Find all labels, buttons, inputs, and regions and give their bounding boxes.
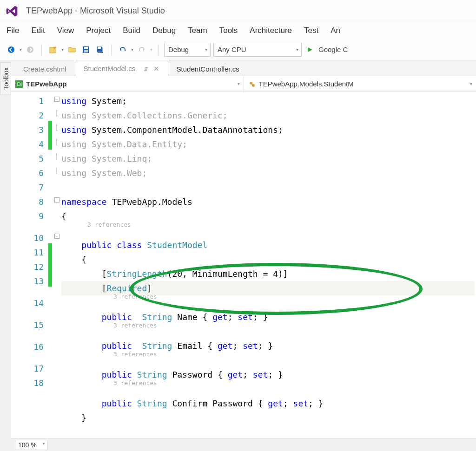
tab-studentcontroller-cs[interactable]: StudentController.cs xyxy=(168,62,248,76)
menu-build[interactable]: Build xyxy=(123,26,140,35)
close-tab-icon[interactable]: ✕ xyxy=(153,65,159,72)
solution-config-dropdown[interactable]: Debug xyxy=(164,43,211,57)
menu-project[interactable]: Project xyxy=(86,26,111,35)
fold-gutter[interactable]: −│││││ − − xyxy=(52,92,61,438)
save-icon[interactable] xyxy=(80,44,92,55)
menu-test[interactable]: Test xyxy=(304,26,318,35)
svg-text:C#: C# xyxy=(17,82,23,87)
nav-type-dropdown[interactable]: TEPwebApp.Models.StudentM xyxy=(244,76,476,92)
editor-status-bar: 100 % xyxy=(11,438,476,451)
svg-point-0 xyxy=(8,46,14,53)
class-icon xyxy=(248,80,256,88)
zoom-dropdown[interactable]: 100 % xyxy=(15,440,47,450)
navigation-bar: C# TEPwebApp TEPwebApp.Models.StudentM xyxy=(11,76,476,92)
titlebar: TEPwebApp - Microsoft Visual Studio xyxy=(0,0,476,22)
svg-rect-4 xyxy=(84,47,88,49)
nav-forward-icon[interactable] xyxy=(25,44,36,55)
menu-debug[interactable]: Debug xyxy=(152,26,176,35)
pin-icon[interactable]: ⇵ xyxy=(144,66,148,72)
toolbar: ▾ ▾ ▾ ▾ Debug Any CPU Google C xyxy=(0,39,476,60)
svg-rect-8 xyxy=(98,47,101,49)
menu-analyze[interactable]: An xyxy=(331,26,340,35)
line-number-gutter: 123456789 10111213 14 15 16 1718 xyxy=(11,92,48,438)
redo-icon[interactable] xyxy=(136,44,147,55)
start-target-label[interactable]: Google C xyxy=(318,46,348,53)
svg-point-1 xyxy=(27,46,33,53)
menu-edit[interactable]: Edit xyxy=(31,26,45,35)
solution-platform-dropdown[interactable]: Any CPU xyxy=(213,43,302,57)
undo-icon[interactable] xyxy=(117,44,128,55)
menu-view[interactable]: View xyxy=(57,26,74,35)
menu-file[interactable]: File xyxy=(7,26,19,35)
menu-team[interactable]: Team xyxy=(188,26,207,35)
tab-studentmodel-cs[interactable]: StudentModel.cs ⇵ ✕ xyxy=(75,61,168,76)
code-editor[interactable]: 123456789 10111213 14 15 16 1718 −│││││ … xyxy=(11,92,476,438)
menu-tools[interactable]: Tools xyxy=(219,26,238,35)
svg-rect-5 xyxy=(84,50,88,52)
open-file-icon[interactable] xyxy=(66,44,78,55)
menubar: File Edit View Project Build Debug Team … xyxy=(0,22,476,39)
change-indicator xyxy=(48,92,52,438)
tab-create-cshtml[interactable]: Create.cshtml xyxy=(15,62,75,76)
document-tabs: Create.cshtml StudentModel.cs ⇵ ✕ Studen… xyxy=(11,60,476,76)
csharp-project-icon: C# xyxy=(15,80,23,88)
start-debug-icon[interactable] xyxy=(304,44,316,55)
window-title: TEPwebApp - Microsoft Visual Studio xyxy=(26,6,165,16)
nav-project-dropdown[interactable]: C# TEPwebApp xyxy=(11,76,244,92)
new-project-icon[interactable] xyxy=(47,44,59,55)
nav-back-icon[interactable] xyxy=(6,44,17,55)
save-all-icon[interactable] xyxy=(94,44,106,55)
visual-studio-logo-icon xyxy=(6,5,19,18)
menu-architecture[interactable]: Architecture xyxy=(250,26,292,35)
code-content[interactable]: using System; using System.Collections.G… xyxy=(61,92,476,438)
toolbox-tab[interactable]: Toolbox xyxy=(0,62,11,95)
